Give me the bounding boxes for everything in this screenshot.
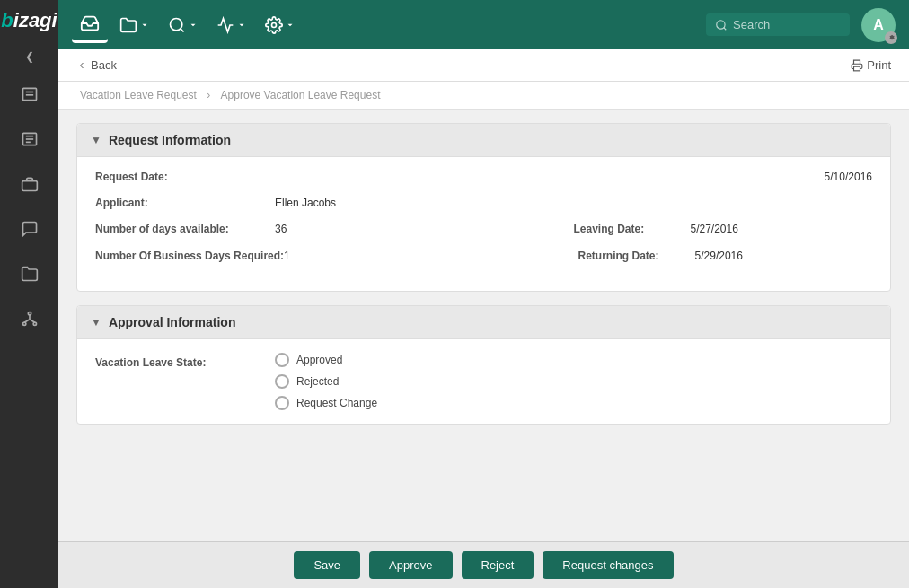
topbar-inbox-icon[interactable] bbox=[72, 7, 108, 43]
svg-rect-7 bbox=[22, 181, 37, 191]
svg-point-10 bbox=[33, 322, 36, 325]
request-date-row: Request Date: 5/10/2016 bbox=[95, 171, 872, 183]
svg-line-18 bbox=[724, 27, 727, 30]
back-icon bbox=[76, 60, 87, 71]
sidebar-item-chat[interactable] bbox=[12, 211, 48, 247]
radio-request-change[interactable]: Request Change bbox=[275, 396, 377, 410]
print-button[interactable]: Print bbox=[851, 58, 891, 72]
radio-approved-circle[interactable] bbox=[275, 353, 289, 367]
avatar[interactable]: A bbox=[861, 8, 896, 42]
back-button[interactable]: Back bbox=[76, 58, 117, 72]
search-input[interactable] bbox=[733, 18, 841, 31]
radio-rejected[interactable]: Rejected bbox=[275, 374, 377, 389]
sidebar-item-briefcase[interactable] bbox=[12, 166, 48, 202]
collapse-icon[interactable]: ▼ bbox=[91, 134, 101, 146]
breadcrumb: Vacation Leave Request › Approve Vacatio… bbox=[58, 82, 909, 110]
radio-request-change-circle[interactable] bbox=[275, 396, 289, 410]
request-changes-button[interactable]: Request changes bbox=[543, 551, 673, 579]
app-logo: bizagi bbox=[1, 9, 57, 32]
search-bar[interactable] bbox=[706, 13, 850, 36]
footer-actions: Save Approve Reject Request changes bbox=[58, 541, 909, 588]
approve-button[interactable]: Approve bbox=[369, 551, 452, 579]
topbar-search-btn[interactable] bbox=[161, 11, 205, 39]
sidebar-item-list2[interactable] bbox=[12, 121, 48, 157]
save-button[interactable]: Save bbox=[294, 551, 360, 579]
topbar-settings-btn[interactable] bbox=[258, 11, 302, 39]
radio-approved[interactable]: Approved bbox=[275, 353, 377, 367]
topbar-folder-btn[interactable] bbox=[112, 11, 156, 39]
returning-date-group: Returning Date: 5/29/2016 bbox=[578, 250, 872, 262]
sidebar: bizagi ❮ bbox=[0, 0, 58, 588]
content-area: Back Print Vacation Leave Request › Appr… bbox=[58, 49, 909, 588]
business-returning-row: Number Of Business Days Required: 1 Retu… bbox=[95, 249, 872, 264]
search-icon bbox=[715, 19, 728, 31]
applicant-row: Applicant: Ellen Jacobs bbox=[95, 197, 872, 209]
svg-rect-19 bbox=[854, 66, 860, 71]
request-info-section: ▼ Request Information Request Date: 5/10… bbox=[76, 123, 891, 292]
svg-line-12 bbox=[24, 320, 30, 322]
approval-info-header: ▼ Approval Information bbox=[77, 306, 890, 339]
vacation-state-radio-group: Approved Rejected Request Change bbox=[275, 353, 377, 410]
main-area: A Back Print Vacation Leave Request › Ap… bbox=[58, 0, 909, 588]
page-content: ▼ Request Information Request Date: 5/10… bbox=[58, 110, 909, 541]
page-toolbar: Back Print bbox=[58, 49, 909, 82]
vacation-state-row: Vacation Leave State: Approved Rejected bbox=[77, 339, 890, 424]
svg-point-17 bbox=[717, 20, 725, 28]
svg-point-16 bbox=[272, 22, 277, 27]
leaving-date-group: Leaving Date: 5/27/2016 bbox=[574, 223, 873, 235]
approval-info-section: ▼ Approval Information Vacation Leave St… bbox=[76, 305, 891, 425]
sidebar-item-folder[interactable] bbox=[12, 256, 48, 292]
approval-collapse-icon[interactable]: ▼ bbox=[91, 316, 101, 329]
svg-point-8 bbox=[28, 312, 31, 315]
request-info-body: Request Date: 5/10/2016 Applicant: Ellen… bbox=[77, 157, 890, 291]
svg-point-9 bbox=[22, 322, 25, 325]
svg-line-15 bbox=[181, 28, 184, 31]
radio-rejected-circle[interactable] bbox=[275, 374, 289, 389]
sidebar-item-network[interactable] bbox=[12, 301, 48, 337]
svg-point-14 bbox=[171, 18, 182, 30]
svg-line-13 bbox=[30, 320, 35, 322]
reject-button[interactable]: Reject bbox=[462, 551, 534, 579]
sidebar-item-list1[interactable] bbox=[12, 76, 48, 112]
topbar-chart-btn[interactable] bbox=[209, 11, 253, 39]
topbar: A bbox=[58, 0, 909, 49]
avatar-gear-icon bbox=[885, 31, 897, 44]
request-info-header: ▼ Request Information bbox=[77, 124, 890, 157]
days-leaving-row: Number of days available: 36 Leaving Dat… bbox=[95, 223, 872, 235]
print-icon bbox=[851, 59, 863, 72]
sidebar-toggle[interactable]: ❮ bbox=[25, 50, 34, 63]
